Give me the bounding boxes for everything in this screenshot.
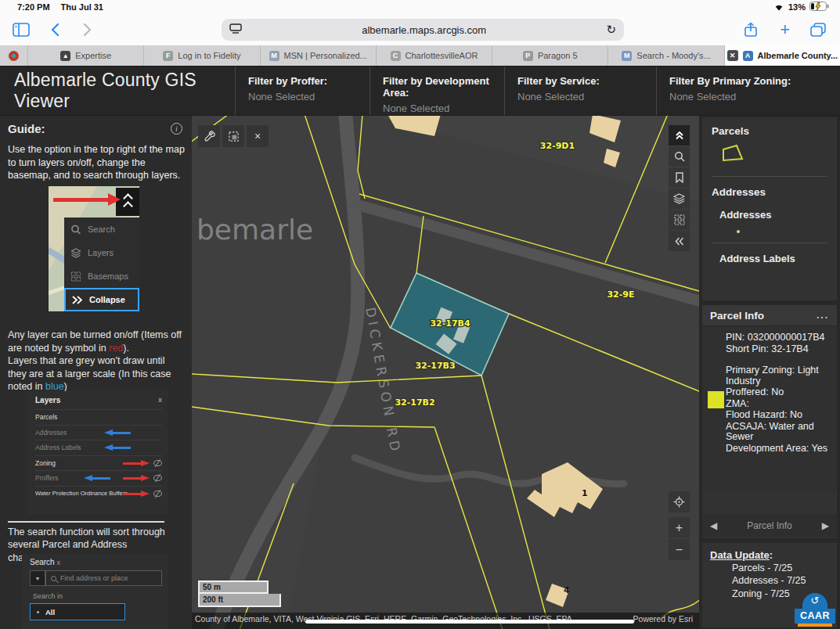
parcel-label: 32-17B4 (430, 318, 470, 329)
close-tool-button[interactable]: × (247, 125, 269, 147)
guide-screenshot-menu: Search Layers Basemaps Collapse (49, 186, 139, 311)
caar-arrow-icon: ↺ (802, 593, 827, 610)
browser-tab[interactable]: ▲Expertise (28, 45, 144, 66)
parcel-info-line: Proffered: No (726, 387, 832, 398)
select-tool-button[interactable] (222, 125, 244, 147)
mini-menu-collapse: Collapse (64, 288, 139, 311)
guide-sidebar: Guide: i Use the option in the top right… (0, 116, 192, 629)
filter-value: None Selected (248, 91, 370, 102)
measure-tool-button[interactable] (198, 125, 220, 147)
browser-tab[interactable]: CCharlottesvilleAOR (377, 45, 492, 66)
pager-prev-button[interactable]: ◀ (710, 520, 717, 531)
blue-arrow-icon (84, 475, 110, 481)
browser-tab[interactable]: MMSN | Personalized... (261, 45, 377, 66)
parcel-info-content: PIN: 032000000017B4Short Pin: 32-17B4Pri… (702, 326, 837, 491)
filter-dropdown[interactable]: Filter by Proffer:None Selected (235, 66, 370, 115)
tab-label: CharlottesvilleAOR (406, 51, 478, 60)
page-settings-icon[interactable] (229, 23, 242, 36)
expand-widgets-button[interactable] (669, 125, 690, 146)
forward-button[interactable] (83, 23, 92, 37)
parcel-info-line: ACSAJA: Water and Sewer (726, 422, 832, 443)
powered-by-esri: Powered by Esri (633, 614, 693, 624)
filter-dropdown[interactable]: Filter by Service:None Selected (504, 66, 656, 115)
data-update-title: Data Update (710, 549, 770, 561)
basemap-watermark: bemarle (196, 214, 313, 246)
address-point-icon (737, 230, 740, 233)
basemaps-widget-button[interactable] (669, 210, 690, 230)
right-sidebar: Parcels Addresses Addresses Address Labe… (699, 116, 840, 629)
browser-tab[interactable]: ✕AAlbemarle County... (725, 45, 840, 66)
parcel-info-line: Development Area: Yes (726, 444, 832, 455)
caar-logo: ↺ CAAR (795, 595, 835, 627)
mini-layer-row: Zoning (35, 455, 162, 471)
search-widget-button[interactable] (669, 146, 690, 167)
browser-tab[interactable]: PParagon 5 (492, 45, 608, 66)
close-icon: × (254, 130, 261, 142)
filter-dropdown[interactable]: Filter By Primary Zoning:None Selected (656, 66, 800, 115)
map-canvas[interactable]: bemarle DICKERSON RD (192, 116, 699, 629)
parcel-symbol-icon (721, 143, 744, 164)
basemap-icon (674, 214, 685, 225)
zoning-color-swatch (708, 391, 724, 408)
back-button[interactable] (50, 23, 59, 37)
basemap-icon (70, 271, 81, 282)
parcel-label: 32-17B2 (395, 397, 434, 408)
layers-widget-button[interactable] (669, 189, 690, 209)
mini-menu-basemaps: Basemaps (64, 264, 139, 288)
mini-layer-row: Parcels (35, 409, 162, 425)
data-update-item: Parcels - 7/25 (710, 562, 829, 574)
tab-bar: ▲ExpertiseFLog in to FidelityMMSN | Pers… (0, 45, 840, 66)
pager-next-button[interactable]: ▶ (822, 520, 829, 531)
zoom-in-button[interactable]: + (669, 517, 690, 538)
browser-tab[interactable]: MSearch - Moody's... (608, 45, 724, 66)
search-panel-title: Search (30, 558, 55, 566)
legend-addresses-sub: Addresses (712, 209, 827, 221)
sidebar-toggle-button[interactable] (13, 23, 30, 37)
collapse-widgets-button[interactable] (669, 231, 690, 251)
bookmarks-widget-button[interactable] (669, 167, 690, 188)
guide-heading: Guide: (8, 122, 45, 135)
filter-label: Filter By Primary Zoning: (669, 75, 800, 87)
ios-status-bar: 7:20 PM Thu Jul 31 13% (0, 0, 840, 14)
address-bar[interactable]: albemarle.maps.arcgis.com ↻ (222, 19, 624, 41)
wifi-icon (773, 2, 784, 13)
building-label: 1 (582, 488, 588, 498)
close-tab-icon[interactable]: ✕ (727, 50, 738, 61)
mini-search-input: Find address or place (45, 570, 162, 586)
close-icon: x (56, 559, 60, 566)
wrench-icon (204, 131, 215, 142)
search-icon (674, 151, 685, 162)
options-menu-button[interactable]: ... (817, 310, 829, 321)
legend-addresses-title: Addresses (712, 186, 827, 198)
building-label: 4 (564, 585, 570, 595)
filter-value: None Selected (517, 91, 656, 102)
search-icon (51, 576, 56, 581)
tab-favicon: ▲ (60, 51, 70, 61)
red-arrow-icon (123, 460, 150, 466)
map-navigation-controls: + − (669, 491, 690, 560)
page-title: Albemarle County GIS Viewer (0, 66, 235, 115)
tab-label: Paragon 5 (538, 51, 578, 60)
tab-label: Search - Moody's... (636, 51, 710, 60)
mini-layer-row: Addresses (35, 425, 162, 440)
share-button[interactable] (744, 22, 758, 38)
bookmark-icon (675, 172, 684, 183)
reload-button[interactable]: ↻ (606, 23, 616, 37)
new-tab-button[interactable]: + (780, 20, 790, 40)
filter-dropdown[interactable]: Filter by Development Area:None Selected (370, 66, 504, 115)
horizontal-scrollbar[interactable] (305, 620, 634, 624)
layers-icon (673, 193, 685, 204)
parcel-label: 32-9E (607, 289, 634, 300)
locate-button[interactable] (669, 491, 690, 512)
red-word: red (109, 343, 123, 354)
browser-tab[interactable]: FLog in to Fidelity (144, 45, 260, 66)
tab-label: MSN | Personalized... (284, 51, 367, 60)
tab-overview-button[interactable] (810, 23, 826, 37)
mini-menu-layers: Layers (64, 241, 139, 264)
chevrons-up-icon (675, 131, 684, 140)
zoom-out-button[interactable]: − (669, 539, 690, 560)
guide-screenshot-layers: Layers x ParcelsAddressesAddress LabelsZ… (27, 391, 168, 515)
info-icon[interactable]: i (171, 123, 182, 135)
layer-hidden-eye-icon (153, 491, 162, 497)
pinned-tab[interactable] (0, 45, 28, 66)
